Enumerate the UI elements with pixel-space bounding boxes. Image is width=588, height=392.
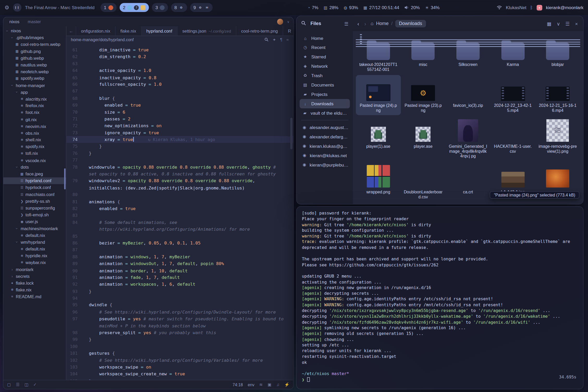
git-branch[interactable]: master <box>26 19 43 24</box>
code-line-89[interactable]: 89 animation = windowsOut, 1, 7, default… <box>66 260 293 267</box>
tree-item-prettify-ss.sh[interactable]: ❯prettify-ss.sh <box>3 198 66 205</box>
tree-item-default.nix[interactable]: ❄default.nix <box>3 246 66 252</box>
code-line-99[interactable]: 99} <box>66 336 293 343</box>
sidebar-account-kieran@klukas.net[interactable]: ◉kieran@klukas.net <box>300 151 350 160</box>
file-DoubloonLeaderboard.csv[interactable]: DoubloonLeaderboard.csv <box>401 162 445 202</box>
file-player.ase[interactable]: player.ase <box>401 116 445 161</box>
code-line-97[interactable]: 97 pseudotile = yes # master switch for … <box>66 315 293 322</box>
code-line-wrap[interactable]: initialClass: (dev.zed.Zed|spotify|Slack… <box>66 185 293 191</box>
sidebar-account-alesander.august…[interactable]: ◉alesander.august… <box>300 123 350 132</box>
sidebar-item-Trash[interactable]: ♻Trash <box>300 71 350 80</box>
code-line-100[interactable]: 100 <box>66 343 293 350</box>
tab-hyprland.conf[interactable]: hyprland.conf <box>142 26 177 36</box>
file-Pasted image (23).png[interactable]: Pasted image (23).png <box>401 75 445 115</box>
tab-onfiguration.nix[interactable]: onfiguration.nix <box>76 26 115 36</box>
file-Pasted image (24).png[interactable]: Pasted image (24).png <box>356 75 401 115</box>
breadcrumb-home[interactable]: Home <box>376 21 389 26</box>
tree-item-firefox.nix[interactable]: ❄firefox.nix <box>3 102 66 109</box>
code-line-72[interactable]: 72 new_optimizations = on <box>66 122 293 129</box>
code-line-74[interactable]: 74 xray = true↻ Kieran Klukas, 1 hour ag… <box>66 136 293 143</box>
code-line-65[interactable]: 65 inactive_opacity = 0.8 <box>66 74 293 81</box>
tree-item-hyprlock.conf[interactable]: ☰hyprlock.conf <box>3 184 66 191</box>
tree-item-home-manager[interactable]: ›home-manager <box>3 82 66 89</box>
tree-item-moonlark[interactable]: ›moonlark <box>3 266 66 273</box>
sidebar-account-alexander.defarg…[interactable]: ◉alexander.defarg… <box>300 132 350 141</box>
disk-indicator[interactable]: ◍93% <box>344 5 358 10</box>
file-2024-12-21_15-16-16.mp4[interactable]: 2024-12-21_15-16-16.mp4 <box>535 75 580 115</box>
tree-item-shell.nix[interactable]: ❄shell.nix <box>3 137 66 143</box>
sidebar-item-Home[interactable]: ⌂Home <box>300 33 350 43</box>
code-line-71[interactable]: 71 passes = 2 <box>66 115 293 122</box>
assistant-icon[interactable]: ✦ <box>273 37 276 42</box>
code-line-61[interactable]: 61 dim_inactive = true <box>66 46 293 53</box>
collab-icon[interactable]: ◫ <box>24 382 28 387</box>
workspace-8[interactable]: 8⚙ <box>171 3 187 12</box>
code-line-103[interactable]: 103 workspace_swipe = on <box>66 364 293 371</box>
sidebar-item-Network[interactable]: ◈Network <box>300 62 350 71</box>
cursor-position[interactable]: 74:18 <box>232 382 243 387</box>
tree-item-nautilus.webp[interactable]: ▦nautilus.webp <box>3 62 66 68</box>
grid-icon[interactable]: ▣ <box>268 382 272 387</box>
ram-indicator[interactable]: ▥28% <box>324 5 339 10</box>
code-line-101[interactable]: 101gestures { <box>66 350 293 357</box>
music-icon[interactable]: ♫ <box>276 382 279 387</box>
selection-icon[interactable]: ¶ <box>280 38 283 42</box>
code-line-63[interactable]: 63 <box>66 60 293 67</box>
tree-item-git.nix[interactable]: ❄git.nix <box>3 116 66 123</box>
code-line-92[interactable]: 92 animation = workspaces, 1, 6, default <box>66 281 293 288</box>
file-ca.crt[interactable]: ca.crt <box>446 162 491 202</box>
code-line-96[interactable]: 96 # See https://wiki.hyprland.org/Confi… <box>66 309 293 315</box>
tree-item-secrets[interactable]: ›secrets <box>3 273 66 280</box>
breadcrumb[interactable]: home-manager/dots/hyprland.conf <box>71 38 134 42</box>
panel-scrollbar[interactable] <box>64 168 66 189</box>
code-line-85[interactable]: 85 <box>66 233 293 240</box>
code-line-86[interactable]: 86 bezier = myBezier, 0.05, 0.9, 0.1, 1.… <box>66 240 293 246</box>
code-line-82[interactable]: 82 enabled = true <box>66 205 293 212</box>
editor-scrollbar[interactable] <box>290 118 293 149</box>
code-line-91[interactable]: 91 animation = fade, 1, 7, default <box>66 274 293 281</box>
sidebar-item-Starred[interactable]: ★Starred <box>300 52 350 62</box>
tree-item-user.js[interactable]: ◉user.js <box>3 218 66 225</box>
terminal-window[interactable]: [sudo] password for kierank: Place your … <box>296 206 584 389</box>
view-options-caret-icon[interactable]: ∨ <box>556 21 560 27</box>
vol-indicator[interactable]: 20% <box>405 5 420 10</box>
code-line-87[interactable]: 87 <box>66 247 293 253</box>
bright-indicator[interactable]: ☀34% <box>425 5 440 10</box>
sidebar-item-Documents[interactable]: ▤Documents <box>300 80 350 90</box>
code-line-98[interactable]: 98 preserve_split = yes # you probably w… <box>66 329 293 336</box>
tree-item-foot.nix[interactable]: ❄foot.nix <box>3 109 66 116</box>
wrap-icon[interactable]: ≈ <box>286 38 289 42</box>
sidebar-item-Projects[interactable]: ▰Projects <box>300 90 350 99</box>
file-player(1).ase[interactable]: player(1).ase <box>356 116 401 161</box>
tree-item-tofi.nix[interactable]: ❄tofi.nix <box>3 150 66 157</box>
sidebar-item-Recent[interactable]: ◷Recent <box>300 43 350 52</box>
code-line-80[interactable]: 80 <box>66 191 293 198</box>
menu-icon[interactable]: ☰ <box>565 21 570 27</box>
code-line-94[interactable]: 94 <box>66 295 293 302</box>
search-icon[interactable] <box>301 21 306 27</box>
code-line-68[interactable]: 68 blur { <box>66 95 293 102</box>
tree-item-hyprland.conf[interactable]: ☰hyprland.conf <box>3 177 66 184</box>
file-wrapped.png[interactable]: wrapped.png <box>356 162 401 202</box>
tab-cool-retro-term.png[interactable]: cool-retro-term.png <box>236 26 283 36</box>
code-line-wrap[interactable]: mainMod + P in the keybinds section belo… <box>66 322 293 329</box>
tab-R[interactable]: R <box>283 26 293 36</box>
tree-item-flake.lock[interactable]: ✦flake.lock <box>3 280 66 286</box>
code-line-70[interactable]: 70 size = 6 <box>66 109 293 115</box>
tree-item-dots[interactable]: ›dots <box>3 164 66 170</box>
tree-item-sunpaperconfig[interactable]: ☰sunpaperconfig <box>3 205 66 211</box>
tree-item-obs.nix[interactable]: ❄obs.nix <box>3 130 66 137</box>
tree-item-github.webp[interactable]: ▦github.webp <box>3 55 66 62</box>
check-icon[interactable]: ✓ <box>33 382 37 387</box>
file-HACKATIME-1-user.csv[interactable]: HACKATIME-1-user.csv <box>491 116 535 161</box>
sidebar-account-kieran.klukas@g…[interactable]: ◉kieran.klukas@g… <box>300 141 350 151</box>
tree-item-wm/hyprland[interactable]: ›wm/hyprland <box>3 239 66 246</box>
tree-item-machines/moonlark[interactable]: ›machines/moonlark <box>3 225 66 232</box>
code-line-wrap[interactable]: https://wiki.hyprland.org/Configuring/An… <box>66 226 293 232</box>
panels-icon[interactable]: ☰ <box>16 382 20 387</box>
code-line-77[interactable]: 77 <box>66 157 293 164</box>
bolt-icon[interactable]: ⚡ <box>284 382 290 387</box>
code-line-90[interactable]: 90 animation = border, 1, 10, default <box>66 267 293 274</box>
code-line-88[interactable]: 88 animation = windows, 1, 7, myBezier <box>66 253 293 260</box>
tab-settings.json[interactable]: settings.json~/.config/zed <box>177 26 236 36</box>
